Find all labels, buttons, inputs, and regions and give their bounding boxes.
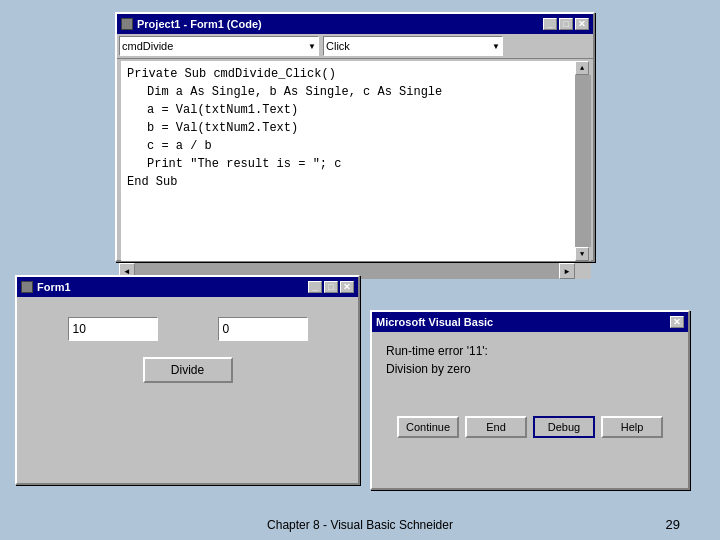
error-buttons-row: Continue End Debug Help bbox=[386, 416, 674, 438]
form1-window-icon bbox=[21, 281, 33, 293]
code-vscrollbar[interactable]: ▲ ▼ bbox=[575, 61, 591, 261]
error-dialog: Microsoft Visual Basic ✕ Run-time error … bbox=[370, 310, 690, 490]
code-line-1: Private Sub cmdDivide_Click() bbox=[127, 65, 571, 83]
code-line-3: a = Val(txtNum1.Text) bbox=[127, 101, 571, 119]
txtNum2-input[interactable] bbox=[218, 317, 308, 341]
debug-button[interactable]: Debug bbox=[533, 416, 595, 438]
error-body: Run-time error '11': Division by zero Co… bbox=[372, 332, 688, 446]
code-win-controls: _ □ ✕ bbox=[543, 18, 589, 30]
footer-text: Chapter 8 - Visual Basic Schneider bbox=[267, 518, 453, 532]
scroll-up-btn[interactable]: ▲ bbox=[575, 61, 589, 75]
code-editor-window: Project1 - Form1 (Code) _ □ ✕ cmdDivide … bbox=[115, 12, 595, 262]
form1-win-controls: _ □ ✕ bbox=[308, 281, 354, 293]
form1-close-button[interactable]: ✕ bbox=[340, 281, 354, 293]
form1-body: Divide bbox=[17, 297, 358, 403]
code-line-7: End Sub bbox=[127, 173, 571, 191]
form1-titlebar: Form1 _ □ ✕ bbox=[17, 277, 358, 297]
code-window-icon bbox=[121, 18, 133, 30]
form1-inputs-row bbox=[68, 317, 308, 341]
help-btn-label: Help bbox=[621, 421, 644, 433]
scroll-down-btn[interactable]: ▼ bbox=[575, 247, 589, 261]
form1-title: Form1 bbox=[37, 281, 71, 293]
code-line-5: c = a / b bbox=[127, 137, 571, 155]
code-editor-area[interactable]: Private Sub cmdDivide_Click() Dim a As S… bbox=[121, 61, 577, 261]
divide-button-label: Divide bbox=[171, 363, 204, 377]
proc-combo[interactable]: Click ▼ bbox=[323, 36, 503, 56]
error-win-controls: ✕ bbox=[670, 316, 684, 328]
scroll-track-v bbox=[575, 75, 591, 247]
scroll-right-btn[interactable]: ► bbox=[559, 263, 575, 279]
code-window-title: Project1 - Form1 (Code) bbox=[137, 18, 262, 30]
object-combo-arrow: ▼ bbox=[308, 42, 316, 51]
maximize-button[interactable]: □ bbox=[559, 18, 573, 30]
proc-combo-arrow: ▼ bbox=[492, 42, 500, 51]
error-titlebar: Microsoft Visual Basic ✕ bbox=[372, 312, 688, 332]
error-close-button[interactable]: ✕ bbox=[670, 316, 684, 328]
code-titlebar-left: Project1 - Form1 (Code) bbox=[121, 18, 262, 30]
txtNum1-input[interactable] bbox=[68, 317, 158, 341]
page-number: 29 bbox=[666, 517, 680, 532]
continue-button[interactable]: Continue bbox=[397, 416, 459, 438]
error-line1: Run-time error '11': bbox=[386, 344, 674, 358]
code-line-2: Dim a As Single, b As Single, c As Singl… bbox=[127, 83, 571, 101]
divide-button[interactable]: Divide bbox=[143, 357, 233, 383]
code-toolbar: cmdDivide ▼ Click ▼ bbox=[117, 34, 593, 59]
minimize-button[interactable]: _ bbox=[543, 18, 557, 30]
object-combo-value: cmdDivide bbox=[122, 40, 173, 52]
footer: Chapter 8 - Visual Basic Schneider bbox=[0, 518, 720, 532]
debug-btn-label: Debug bbox=[548, 421, 580, 433]
error-line2: Division by zero bbox=[386, 362, 674, 376]
error-dialog-title: Microsoft Visual Basic bbox=[376, 316, 493, 328]
form1-window: Form1 _ □ ✕ Divide bbox=[15, 275, 360, 485]
footer-page: 29 bbox=[666, 517, 680, 532]
code-line-4: b = Val(txtNum2.Text) bbox=[127, 119, 571, 137]
form1-titlebar-left: Form1 bbox=[21, 281, 71, 293]
close-button[interactable]: ✕ bbox=[575, 18, 589, 30]
continue-btn-label: Continue bbox=[406, 421, 450, 433]
form1-minimize-button[interactable]: _ bbox=[308, 281, 322, 293]
code-editor-titlebar: Project1 - Form1 (Code) _ □ ✕ bbox=[117, 14, 593, 34]
help-button[interactable]: Help bbox=[601, 416, 663, 438]
scroll-corner bbox=[575, 263, 591, 279]
object-combo[interactable]: cmdDivide ▼ bbox=[119, 36, 319, 56]
code-line-6: Print "The result is = "; c bbox=[127, 155, 571, 173]
form1-maximize-button[interactable]: □ bbox=[324, 281, 338, 293]
proc-combo-value: Click bbox=[326, 40, 350, 52]
end-btn-label: End bbox=[486, 421, 506, 433]
end-button[interactable]: End bbox=[465, 416, 527, 438]
